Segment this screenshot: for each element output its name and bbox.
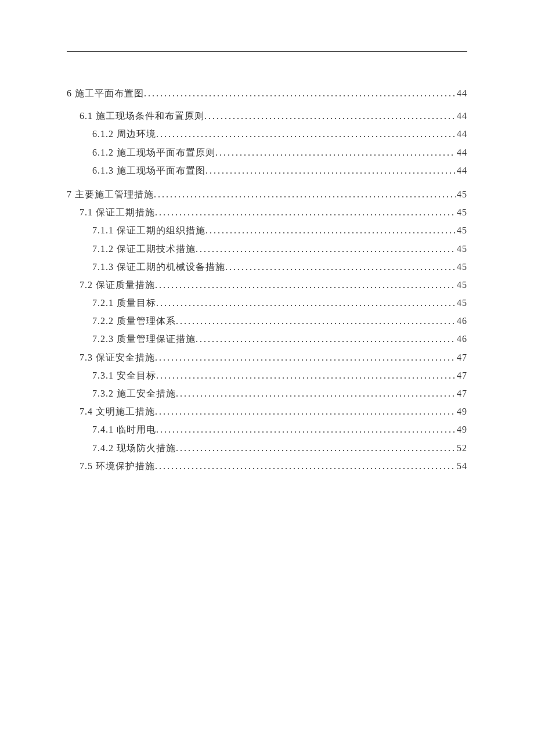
toc-entry-title: 7.1.2 保证工期技术措施 xyxy=(92,240,196,258)
toc-entry: 7.1.3 保证工期的机械设备措施45 xyxy=(67,258,467,276)
toc-leader-dots xyxy=(156,125,456,143)
toc-entry-page: 44 xyxy=(456,107,467,125)
toc-leader-dots xyxy=(156,420,456,438)
toc-leader-dots xyxy=(144,84,456,102)
toc-entry: 6.1.2 施工现场平面布置原则44 xyxy=(67,143,467,161)
toc-leader-dots xyxy=(196,330,456,348)
toc-entry-page: 44 xyxy=(456,161,467,179)
toc-entry: 7.2 保证质量措施45 xyxy=(67,276,467,294)
toc-entry-page: 45 xyxy=(456,203,467,221)
toc-entry: 7.5 环境保护措施54 xyxy=(67,457,467,475)
toc-entry-page: 45 xyxy=(456,240,467,258)
toc-entry-title: 7.3.1 安全目标 xyxy=(92,366,156,384)
toc-entry-title: 7.2.3 质量管理保证措施 xyxy=(92,330,196,348)
toc-entry-title: 7.4.2 现场防火措施 xyxy=(92,439,176,457)
toc-entry-title: 7.3 保证安全措施 xyxy=(80,348,155,366)
toc-entry-title: 7.1 保证工期措施 xyxy=(80,203,155,221)
toc-entry-page: 52 xyxy=(456,439,467,457)
toc-entry-title: 7.5 环境保护措施 xyxy=(80,457,155,475)
toc-leader-dots xyxy=(155,402,456,420)
toc-entry: 6.1 施工现场条件和布置原则44 xyxy=(67,107,467,125)
toc-entry-title: 6.1.2 周边环境 xyxy=(92,125,156,143)
toc-entry-title: 7.1.1 保证工期的组织措施 xyxy=(92,221,205,239)
toc-entry-page: 47 xyxy=(456,366,467,384)
toc-entry-page: 45 xyxy=(456,276,467,294)
toc-leader-dots xyxy=(155,203,456,221)
toc-entry-page: 44 xyxy=(456,143,467,161)
toc-entry-title: 7.2 保证质量措施 xyxy=(80,276,155,294)
toc-entry-title: 7.4.1 临时用电 xyxy=(92,420,156,438)
toc-entry: 7.1.2 保证工期技术措施45 xyxy=(67,240,467,258)
toc-entry-title: 6.1.3 施工现场平面布置图 xyxy=(92,161,205,179)
toc-leader-dots xyxy=(176,312,456,330)
toc-entry: 7 主要施工管理措施45 xyxy=(67,185,467,203)
toc-entry-page: 47 xyxy=(456,384,467,402)
toc-leader-dots xyxy=(225,258,456,276)
toc-leader-dots xyxy=(156,366,456,384)
toc-entry-title: 6.1.2 施工现场平面布置原则 xyxy=(92,143,215,161)
toc-entry-title: 7.3.2 施工安全措施 xyxy=(92,384,176,402)
toc-entry-title: 7 主要施工管理措施 xyxy=(67,185,154,203)
toc-leader-dots xyxy=(154,185,456,203)
toc-entry-page: 46 xyxy=(456,312,467,330)
toc-entry: 6.1.3 施工现场平面布置图44 xyxy=(67,161,467,179)
toc-entry: 7.1 保证工期措施45 xyxy=(67,203,467,221)
toc-entry-title: 7.4 文明施工措施 xyxy=(80,402,155,420)
toc-leader-dots xyxy=(205,221,456,239)
table-of-contents: 6 施工平面布置图446.1 施工现场条件和布置原则446.1.2 周边环境44… xyxy=(67,84,467,475)
toc-entry-page: 45 xyxy=(456,258,467,276)
toc-leader-dots xyxy=(176,439,456,457)
toc-entry-page: 45 xyxy=(456,294,467,312)
toc-leader-dots xyxy=(155,457,456,475)
toc-leader-dots xyxy=(215,143,456,161)
toc-entry-title: 6.1 施工现场条件和布置原则 xyxy=(80,107,204,125)
toc-entry: 7.2.3 质量管理保证措施46 xyxy=(67,330,467,348)
toc-entry-page: 44 xyxy=(456,84,467,102)
toc-entry-page: 54 xyxy=(456,457,467,475)
header-rule xyxy=(67,51,467,52)
toc-entry-page: 45 xyxy=(456,221,467,239)
toc-entry-page: 46 xyxy=(456,330,467,348)
toc-entry-title: 7.2.2 质量管理体系 xyxy=(92,312,176,330)
toc-entry: 7.1.1 保证工期的组织措施45 xyxy=(67,221,467,239)
toc-entry-page: 44 xyxy=(456,125,467,143)
toc-entry-page: 45 xyxy=(456,185,467,203)
toc-entry-title: 7.2.1 质量目标 xyxy=(92,294,156,312)
toc-entry: 7.4.2 现场防火措施52 xyxy=(67,439,467,457)
toc-leader-dots xyxy=(205,161,456,179)
toc-entry: 7.3.2 施工安全措施47 xyxy=(67,384,467,402)
toc-leader-dots xyxy=(204,107,456,125)
toc-leader-dots xyxy=(155,276,456,294)
toc-entry: 6.1.2 周边环境44 xyxy=(67,125,467,143)
toc-entry-title: 6 施工平面布置图 xyxy=(67,84,144,102)
toc-entry-page: 47 xyxy=(456,348,467,366)
toc-entry-page: 49 xyxy=(456,420,467,438)
toc-leader-dots xyxy=(155,348,456,366)
toc-entry: 7.4.1 临时用电49 xyxy=(67,420,467,438)
toc-entry-page: 49 xyxy=(456,402,467,420)
toc-entry: 6 施工平面布置图44 xyxy=(67,84,467,102)
toc-leader-dots xyxy=(176,384,456,402)
toc-entry: 7.3.1 安全目标47 xyxy=(67,366,467,384)
toc-entry: 7.4 文明施工措施49 xyxy=(67,402,467,420)
document-page: 6 施工平面布置图446.1 施工现场条件和布置原则446.1.2 周边环境44… xyxy=(0,0,534,475)
toc-leader-dots xyxy=(156,294,456,312)
toc-leader-dots xyxy=(196,240,456,258)
toc-entry: 7.2.2 质量管理体系46 xyxy=(67,312,467,330)
toc-entry-title: 7.1.3 保证工期的机械设备措施 xyxy=(92,258,225,276)
toc-entry: 7.3 保证安全措施47 xyxy=(67,348,467,366)
toc-entry: 7.2.1 质量目标45 xyxy=(67,294,467,312)
